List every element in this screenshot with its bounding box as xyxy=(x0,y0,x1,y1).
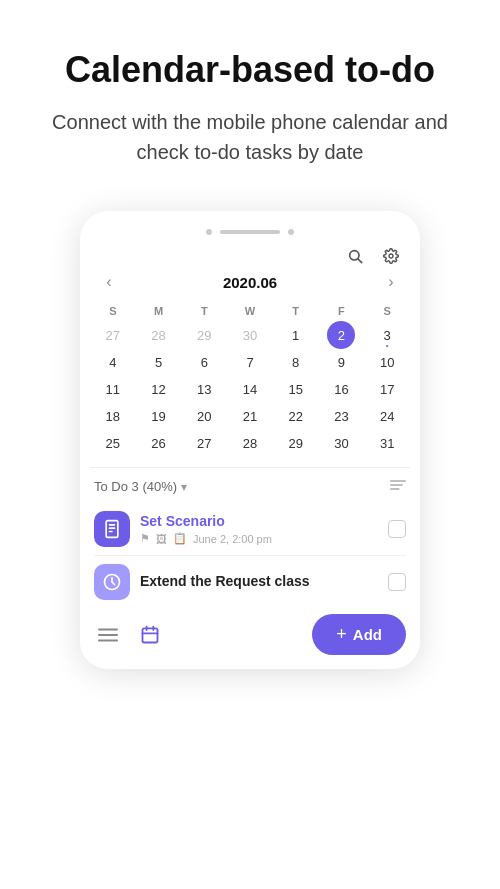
calendar-day[interactable]: 4 xyxy=(90,349,136,376)
meta-flag-icon: ⚑ xyxy=(140,532,150,545)
calendar-day[interactable]: 27 xyxy=(90,321,136,349)
todo-header: To Do 3 (40%) ▾ xyxy=(94,478,406,495)
mockup-dot-2 xyxy=(288,229,294,235)
todo-meta-1: ⚑ 🖼 📋 June 2, 2:00 pm xyxy=(140,532,378,545)
day-header-sat: S xyxy=(364,301,410,321)
calendar-week-3: 11 12 13 14 15 16 17 xyxy=(90,376,410,403)
calendar-month-year: 2020.06 xyxy=(223,274,277,291)
calendar-day[interactable]: 25 xyxy=(90,430,136,457)
calendar-day[interactable]: 20 xyxy=(181,403,227,430)
mockup-dot-1 xyxy=(206,229,212,235)
calendar-day[interactable]: 29 xyxy=(273,430,319,457)
calendar-day[interactable]: 13 xyxy=(181,376,227,403)
day-header-wed: W xyxy=(227,301,273,321)
day-header-tue: T xyxy=(181,301,227,321)
calendar-day[interactable]: 15 xyxy=(273,376,319,403)
todo-title-1: Set Scenario xyxy=(140,513,378,529)
calendar-grid: S M T W T F S 27 28 29 30 1 2 3 xyxy=(80,301,420,457)
todo-content-1: Set Scenario ⚑ 🖼 📋 June 2, 2:00 pm xyxy=(140,513,378,545)
calendar-day[interactable]: 9 xyxy=(319,349,365,376)
todo-item-2[interactable]: Extend the Request class xyxy=(94,556,406,604)
header-section: Calendar-based to-do Connect with the mo… xyxy=(0,0,500,191)
bottom-nav xyxy=(94,621,164,649)
add-button[interactable]: + Add xyxy=(312,614,406,655)
day-header-sun: S xyxy=(90,301,136,321)
calendar-day-today[interactable]: 2 xyxy=(319,321,365,349)
todo-avatar-1 xyxy=(94,511,130,547)
todo-section: To Do 3 (40%) ▾ xyxy=(80,468,420,604)
calendar-day[interactable]: 16 xyxy=(319,376,365,403)
calendar-day[interactable]: 28 xyxy=(227,430,273,457)
todo-checkbox-2[interactable] xyxy=(388,573,406,591)
calendar-day[interactable]: 17 xyxy=(364,376,410,403)
calendar-week-2: 4 5 6 7 8 9 10 xyxy=(90,349,410,376)
todo-avatar-2 xyxy=(94,564,130,600)
calendar-day[interactable]: 12 xyxy=(136,376,182,403)
chevron-down-icon: ▾ xyxy=(181,480,187,494)
calendar-day[interactable]: 1 xyxy=(273,321,319,349)
calendar-day[interactable]: 26 xyxy=(136,430,182,457)
page-container: Calendar-based to-do Connect with the mo… xyxy=(0,0,500,669)
svg-point-2 xyxy=(389,254,393,258)
calendar-week-1: 27 28 29 30 1 2 3 xyxy=(90,321,410,349)
page-title: Calendar-based to-do xyxy=(32,48,468,91)
search-icon[interactable] xyxy=(344,245,366,267)
prev-month-button[interactable]: ‹ xyxy=(98,271,120,293)
meta-image-icon: 🖼 xyxy=(156,533,167,545)
sort-icon[interactable] xyxy=(390,478,406,495)
todo-item-1[interactable]: Set Scenario ⚑ 🖼 📋 June 2, 2:00 pm xyxy=(94,503,406,556)
svg-line-1 xyxy=(358,259,362,263)
calendar-day[interactable]: 19 xyxy=(136,403,182,430)
calendar-toolbar xyxy=(80,245,420,267)
calendar-day[interactable]: 10 xyxy=(364,349,410,376)
calendar-day[interactable]: 21 xyxy=(227,403,273,430)
calendar-day[interactable]: 27 xyxy=(181,430,227,457)
calendar-view-icon[interactable] xyxy=(136,621,164,649)
calendar-day[interactable]: 7 xyxy=(227,349,273,376)
mockup-top-bar xyxy=(80,229,420,235)
todo-date-1: June 2, 2:00 pm xyxy=(193,533,272,545)
calendar-day-headers: S M T W T F S xyxy=(90,301,410,321)
add-plus-icon: + xyxy=(336,624,347,645)
calendar-day[interactable]: 8 xyxy=(273,349,319,376)
calendar-day[interactable]: 18 xyxy=(90,403,136,430)
todo-checkbox-1[interactable] xyxy=(388,520,406,538)
svg-rect-14 xyxy=(143,628,158,642)
calendar-day[interactable]: 22 xyxy=(273,403,319,430)
gear-icon[interactable] xyxy=(380,245,402,267)
add-label: Add xyxy=(353,626,382,643)
mockup-line xyxy=(220,230,280,234)
next-month-button[interactable]: › xyxy=(380,271,402,293)
todo-label-text: To Do 3 (40%) xyxy=(94,479,177,494)
calendar-day[interactable]: 29 xyxy=(181,321,227,349)
day-header-fri: F xyxy=(319,301,365,321)
calendar-day[interactable]: 6 xyxy=(181,349,227,376)
todo-label[interactable]: To Do 3 (40%) ▾ xyxy=(94,479,187,494)
todo-content-2: Extend the Request class xyxy=(140,573,378,592)
phone-mockup: ‹ 2020.06 › S M T W T F S 27 28 29 30 1 xyxy=(80,211,420,669)
todo-title-2: Extend the Request class xyxy=(140,573,378,589)
day-header-mon: M xyxy=(136,301,182,321)
page-subtitle: Connect with the mobile phone calendar a… xyxy=(32,107,468,167)
calendar-week-5: 25 26 27 28 29 30 31 xyxy=(90,430,410,457)
calendar-day[interactable]: 3 xyxy=(364,321,410,349)
calendar-header: ‹ 2020.06 › xyxy=(80,271,420,293)
calendar-day[interactable]: 5 xyxy=(136,349,182,376)
calendar-day[interactable]: 30 xyxy=(227,321,273,349)
meta-clipboard-icon: 📋 xyxy=(173,532,187,545)
bottom-bar: + Add xyxy=(80,604,420,669)
day-header-thu: T xyxy=(273,301,319,321)
calendar-day[interactable]: 28 xyxy=(136,321,182,349)
calendar-day[interactable]: 24 xyxy=(364,403,410,430)
calendar-day[interactable]: 23 xyxy=(319,403,365,430)
calendar-day[interactable]: 14 xyxy=(227,376,273,403)
calendar-day[interactable]: 11 xyxy=(90,376,136,403)
calendar-day[interactable]: 30 xyxy=(319,430,365,457)
list-view-icon[interactable] xyxy=(94,621,122,649)
calendar-week-4: 18 19 20 21 22 23 24 xyxy=(90,403,410,430)
calendar-day[interactable]: 31 xyxy=(364,430,410,457)
